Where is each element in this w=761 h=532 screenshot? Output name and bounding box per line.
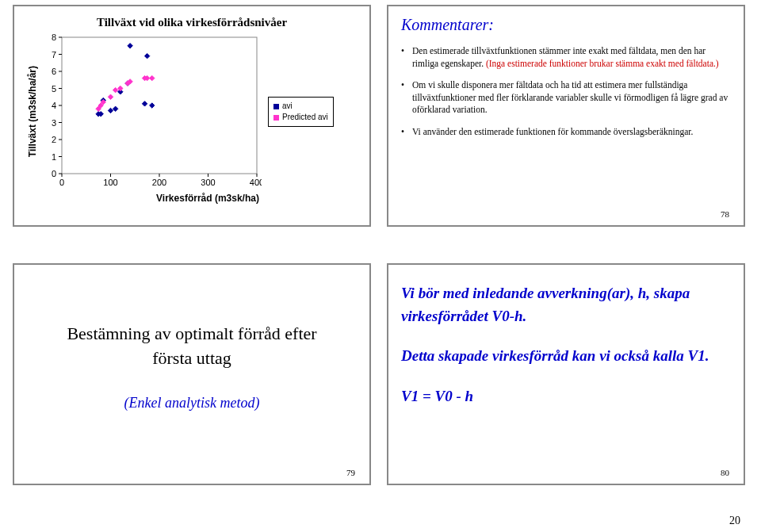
svg-text:6: 6	[52, 67, 56, 76]
slide-comments: Kommentarer: Den estimerade tillväxtfunk…	[387, 5, 745, 227]
slide-formula: Vi bör med inledande avverkning(ar), h, …	[387, 263, 745, 485]
chart-ylabel: Tillväxt (m3sk/ha/år)	[27, 66, 38, 157]
heading-line1: Bestämning av optimalt förråd efter	[27, 322, 357, 346]
chart-wrap: Tillväxt (m3sk/ha/år) 010020030040001234…	[27, 33, 357, 191]
bullet-red-note: (Inga estimerade funktioner brukar stämm…	[486, 59, 719, 68]
legend-marker-pink	[273, 115, 279, 121]
chart-plot: 0100200300400012345678	[40, 33, 262, 191]
chart-title: Tillväxt vid olika virkesförrådsnivåer	[27, 16, 357, 29]
legend-item-avi: avi	[273, 101, 328, 112]
comments-bullet: Den estimerade tillväxtfunktionen stämme…	[401, 45, 731, 70]
formula-p1: Vi bör med inledande avverkning(ar), h, …	[401, 282, 731, 327]
formula-p2: Detta skapade virkesförråd kan vi också …	[401, 345, 731, 368]
legend-item-predicted: Predicted avi	[273, 112, 328, 123]
svg-text:1: 1	[52, 152, 56, 162]
outer-page-number: 20	[729, 515, 740, 527]
comments-list: Den estimerade tillväxtfunktionen stämme…	[401, 45, 731, 138]
bullet-text: Vi använder den estimerade funktionen fö…	[412, 127, 693, 136]
heading-line2: första uttag	[27, 346, 357, 371]
legend-label-predicted: Predicted avi	[282, 112, 328, 123]
svg-text:200: 200	[152, 178, 166, 187]
heading-subtitle: (Enkel analytisk metod)	[27, 393, 357, 413]
svg-text:4: 4	[52, 101, 56, 110]
svg-text:3: 3	[52, 118, 56, 128]
svg-text:0: 0	[59, 178, 64, 187]
svg-text:5: 5	[52, 84, 56, 94]
legend-marker-blue	[273, 104, 279, 109]
svg-text:100: 100	[103, 178, 117, 187]
svg-text:7: 7	[52, 50, 56, 59]
formula-block: Vi bör med inledande avverkning(ar), h, …	[401, 274, 731, 408]
slide-heading: Bestämning av optimalt förråd efter förs…	[13, 263, 371, 485]
page-number-78: 78	[721, 209, 729, 219]
heading-block: Bestämning av optimalt förråd efter förs…	[27, 322, 357, 413]
svg-text:2: 2	[52, 135, 56, 144]
chart-legend: avi Predicted avi	[268, 97, 334, 127]
bullet-text: Om vi skulle disponera mer fältdata och …	[412, 80, 728, 114]
svg-rect-0	[62, 37, 257, 174]
svg-text:0: 0	[52, 169, 56, 178]
svg-text:300: 300	[201, 178, 215, 187]
slide-chart: Tillväxt vid olika virkesförrådsnivåer T…	[13, 5, 371, 227]
svg-text:400: 400	[250, 178, 262, 187]
page-number-79: 79	[346, 468, 355, 477]
legend-label-avi: avi	[282, 101, 293, 112]
svg-text:8: 8	[52, 33, 56, 42]
comments-bullet: Om vi skulle disponera mer fältdata och …	[401, 79, 731, 117]
comments-title: Kommentarer:	[401, 16, 731, 34]
formula-p3: V1 = V0 - h	[401, 385, 731, 408]
comments-bullet: Vi använder den estimerade funktionen fö…	[401, 126, 731, 139]
page-number-80: 80	[721, 468, 729, 477]
chart-xlabel: Virkesförråd (m3sk/ha)	[59, 193, 357, 204]
